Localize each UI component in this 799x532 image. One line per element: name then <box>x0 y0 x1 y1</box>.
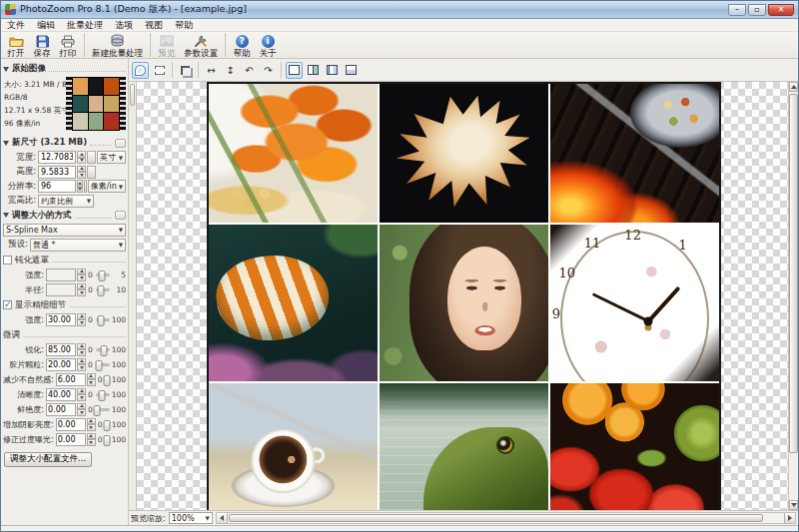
unsharp-strength-input <box>46 268 76 281</box>
flip-vertical-button[interactable]: ↕ <box>222 62 239 79</box>
resolution-link-button[interactable] <box>84 180 87 193</box>
detail-strength-slider[interactable] <box>96 318 110 321</box>
fine-detail-group: 显示精细细节 <box>3 299 126 311</box>
brighten-shadows-input[interactable] <box>56 418 86 431</box>
menu-file[interactable]: 文件 <box>7 19 25 32</box>
scroll-down-arrow[interactable] <box>789 500 798 510</box>
preview-canvas[interactable]: 12 1 11 10 9 <box>137 82 788 510</box>
algorithm-dropdown[interactable]: S-Spline Max ▼ <box>3 224 126 237</box>
detail-strength-input[interactable] <box>46 313 76 326</box>
single-view-button[interactable] <box>286 62 303 79</box>
vertical-scroll-thumb[interactable] <box>789 94 798 453</box>
vertical-scrollbar[interactable] <box>788 82 798 510</box>
photo-roasted-carrot-dish <box>209 84 378 223</box>
clarity-stepper[interactable] <box>77 388 86 401</box>
photo-antique-clock: 12 1 11 10 9 <box>550 225 719 381</box>
app-window: PhotoZoom Pro 8.1 (Demo 版本) - [example.j… <box>0 0 799 532</box>
settings-button[interactable]: 参数设置 <box>180 33 222 58</box>
preview-zoom-label: 预览缩放: <box>131 513 166 524</box>
resize-method-section-header[interactable]: 调整大小的方式 <box>3 210 126 222</box>
sharpness-input[interactable] <box>46 343 76 356</box>
fix-overexposure-input[interactable] <box>56 433 86 446</box>
preset-dropdown[interactable]: 普通 * ▼ <box>30 239 126 252</box>
zoom-dropdown[interactable]: 100% ▼ <box>169 512 213 524</box>
menu-options[interactable]: 选项 <box>115 19 133 32</box>
chevron-down-icon: ▼ <box>119 242 123 248</box>
photo-spiky-murex-shell <box>380 84 548 223</box>
save-button[interactable]: 保存 <box>29 33 55 58</box>
close-button[interactable]: ✕ <box>768 4 794 16</box>
fine-detail-checkbox[interactable] <box>3 300 12 309</box>
resize-profiles-button[interactable]: 调整大小配置文件... <box>4 452 92 467</box>
artifact-reduction-input[interactable] <box>56 373 86 386</box>
scroll-left-arrow[interactable] <box>217 513 228 523</box>
crop-tool-button[interactable] <box>177 62 194 79</box>
help-button[interactable]: ? 帮助 <box>229 33 255 58</box>
vividness-stepper[interactable] <box>77 403 86 416</box>
menu-view[interactable]: 视图 <box>145 19 163 32</box>
original-mode: RGB/8 <box>4 91 68 104</box>
rotate-left-button[interactable]: ↶ <box>241 62 258 79</box>
sharpness-stepper[interactable] <box>77 343 86 356</box>
height-input[interactable] <box>38 166 76 179</box>
aspect-dropdown[interactable]: 约束比例 ▼ <box>38 195 94 208</box>
film-grain-input[interactable] <box>46 358 76 371</box>
horizontal-scrollbar[interactable] <box>216 512 796 524</box>
resolution-input[interactable] <box>38 180 76 193</box>
film-grain-slider[interactable] <box>96 363 110 366</box>
original-image-section-header[interactable]: 原始图像 <box>3 63 126 75</box>
image-collage: 12 1 11 10 9 <box>207 82 721 510</box>
unsharp-mask-checkbox[interactable] <box>3 256 12 265</box>
split-horizontal-view-button[interactable] <box>343 62 360 79</box>
open-button[interactable]: 打开 <box>3 33 29 58</box>
clarity-input[interactable] <box>46 388 76 401</box>
brighten-shadows-slider[interactable] <box>106 423 110 426</box>
sharpness-slider[interactable] <box>96 348 110 351</box>
horizontal-scroll-thumb[interactable] <box>229 514 763 522</box>
minimize-button[interactable]: – <box>728 4 746 16</box>
dual-view-button[interactable] <box>324 62 341 79</box>
vividness-slider[interactable] <box>96 408 110 411</box>
fix-overexposure-stepper[interactable] <box>87 433 96 446</box>
scroll-up-arrow[interactable] <box>789 82 798 92</box>
menu-help[interactable]: 帮助 <box>175 19 193 32</box>
panel-splitter[interactable] <box>129 82 137 510</box>
width-link-button[interactable] <box>87 151 96 164</box>
height-stepper[interactable] <box>77 166 86 179</box>
new-size-options-button[interactable] <box>115 139 126 148</box>
artifact-reduction-slider[interactable] <box>106 378 110 381</box>
vividness-input[interactable] <box>46 403 76 416</box>
new-size-section-header[interactable]: 新尺寸 (3.21 MB) <box>3 137 126 149</box>
resolution-unit-dropdown[interactable]: 像素/in ▼ <box>88 180 126 193</box>
scroll-right-arrow[interactable] <box>784 513 795 523</box>
clarity-slider[interactable] <box>96 393 110 396</box>
menu-edit[interactable]: 编辑 <box>37 19 55 32</box>
about-button[interactable]: i 关于 <box>255 33 281 58</box>
toolbar-separator <box>225 33 226 57</box>
print-button[interactable]: 打印 <box>55 33 81 58</box>
maximize-button[interactable]: ▫ <box>748 4 766 16</box>
height-link-button[interactable] <box>87 166 96 179</box>
artifact-reduction-stepper[interactable] <box>87 373 96 386</box>
rotate-right-button[interactable]: ↷ <box>260 62 277 79</box>
selection-tool-button[interactable] <box>151 62 168 79</box>
splitter-grip[interactable] <box>130 84 135 106</box>
printer-icon <box>61 34 76 48</box>
width-stepper[interactable] <box>77 151 86 164</box>
collapse-arrow-icon <box>3 213 9 218</box>
crop-icon <box>181 66 190 75</box>
method-options-button[interactable] <box>115 211 126 220</box>
split-vertical-view-button[interactable] <box>305 62 322 79</box>
menu-batch[interactable]: 批量处理 <box>67 19 103 32</box>
width-input[interactable] <box>38 151 76 164</box>
fix-overexposure-slider[interactable] <box>106 438 110 441</box>
flip-horizontal-button[interactable]: ↔ <box>203 62 220 79</box>
film-grain-stepper[interactable] <box>77 358 86 371</box>
new-batch-button[interactable]: 新建批量处理 <box>88 33 147 58</box>
resolution-stepper[interactable] <box>77 180 83 193</box>
navigator-tool-button[interactable] <box>132 62 149 79</box>
detail-strength-stepper[interactable] <box>77 313 86 326</box>
brighten-shadows-stepper[interactable] <box>87 418 96 431</box>
settings-sidebar: 原始图像 大小: 3.21 MB / 863.11 KB RGB/8 12.71… <box>1 59 129 525</box>
unit-dropdown[interactable]: 英寸 ▼ <box>97 151 126 164</box>
